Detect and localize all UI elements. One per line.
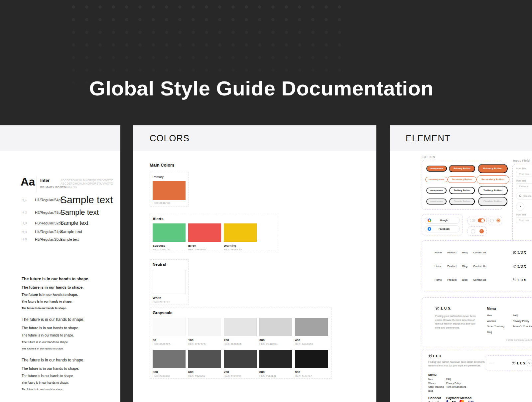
primary-swatch — [153, 181, 186, 200]
warning-hex: HEX: #F5BF3D — [224, 248, 257, 251]
grayscale-swatch — [259, 350, 292, 368]
paragraph-line: The future is in our hands to shape. — [22, 381, 118, 384]
footer-link-privacy[interactable]: Privacy Policy — [513, 320, 532, 323]
lux-brand[interactable]: LUX — [428, 354, 442, 358]
heading-spec-row: H_4 H4/Regular/24px Sample text — [22, 229, 82, 234]
tertiary-button-large[interactable]: Tertiary Button — [478, 186, 508, 195]
nav-link-product[interactable]: Product — [447, 278, 457, 281]
nav-link-blog[interactable]: Blog — [462, 278, 467, 281]
primary-button-large[interactable]: Primary Button — [478, 164, 508, 173]
nav-link-contact[interactable]: Contact Us — [473, 278, 486, 281]
primary-button-medium[interactable]: Primary Button — [449, 165, 475, 172]
paragraph-line: The future is in our hands to shape. — [22, 334, 118, 337]
tertiary-button-medium[interactable]: Tertiary Button — [449, 187, 475, 194]
white-swatch — [153, 270, 186, 294]
toggle-on[interactable] — [478, 218, 485, 222]
grayscale-hex: HEX: #D4D4D4 — [259, 342, 292, 345]
nav-link-contact[interactable]: Contact Us — [473, 251, 486, 254]
password-input[interactable] — [516, 183, 532, 189]
white-name: White — [153, 296, 186, 300]
grayscale-swatch — [188, 318, 221, 336]
check-unchecked[interactable] — [471, 229, 475, 233]
radio-checked[interactable] — [496, 218, 500, 222]
grayscale-name: 600 — [188, 370, 221, 374]
footer-link-men[interactable]: Men — [487, 314, 504, 317]
alerts-swatch-row: Success HEX: #00AC56 Error HEX: #FF1F7D … — [153, 223, 276, 251]
check-checked-icon[interactable] — [479, 229, 484, 233]
nav-link-home[interactable]: Home — [435, 251, 442, 254]
mobile-navbar-showcase-box: LUX — [485, 355, 532, 370]
input-section-label: Input Field — [513, 159, 530, 162]
footer-link-blog[interactable]: Blog — [487, 331, 504, 334]
footer-link-faq[interactable]: FAQ — [513, 314, 532, 317]
grayscale-hex: HEX: #E5E5E5 — [224, 342, 257, 345]
disable-button-small[interactable]: Disable Button — [426, 199, 447, 204]
nav-link-product[interactable]: Product — [447, 251, 457, 254]
grayscale-name: 400 — [295, 338, 328, 342]
facebook-label: Facebook — [431, 228, 457, 230]
paragraph-line: The future is in our hands to shape. — [22, 340, 118, 344]
text-input[interactable] — [516, 217, 532, 223]
heading-spec-row: H_2 H2/Regular/48px Sample text — [22, 207, 99, 217]
nav-link-home[interactable]: Home — [435, 278, 442, 281]
grayscale-cell: 50 HEX: #FAFAFA — [153, 318, 186, 345]
apple-pay-icon: Pay — [452, 400, 456, 402]
search-input[interactable] — [523, 195, 532, 197]
nav-link-blog[interactable]: Blog — [462, 265, 467, 268]
footer-link-blog[interactable]: Blog — [428, 390, 444, 392]
footer-link-women[interactable]: Women — [487, 320, 504, 323]
toggle-off[interactable] — [470, 219, 475, 222]
nav-link-home[interactable]: Home — [435, 265, 442, 268]
footer-link-privacy[interactable]: Privacy Policy — [446, 382, 466, 384]
grayscale-cell: 900 HEX: #171717 — [295, 350, 328, 377]
lux-brand[interactable]: LUX — [513, 278, 527, 282]
lux-brand[interactable]: LUX — [513, 250, 527, 254]
font-alphabet-sample: ABCDEFGHIJKLMNOPQRSTUVWXYZ ABCDEFGHIJKLM… — [61, 179, 113, 189]
google-signin-button[interactable]: Google — [425, 217, 460, 224]
nav-link-contact[interactable]: Contact Us — [473, 265, 486, 268]
lux-brand[interactable]: LUX — [513, 264, 527, 268]
search-button[interactable] — [526, 359, 532, 366]
footer-link-terms[interactable]: Term Of Conditions — [446, 386, 466, 388]
primary-button-small[interactable]: Primary Button — [426, 166, 447, 172]
heading-spec-row: H_3 H3/Regular/32px Sample text — [22, 219, 88, 227]
disable-button-medium[interactable]: Disable Button — [449, 198, 475, 205]
heading-sample: Sample text — [60, 229, 82, 234]
grayscale-cell: 800 HEX: #262626 — [259, 350, 292, 377]
toggle-knob — [470, 219, 473, 222]
disable-button-large[interactable]: Disable Button — [478, 197, 507, 206]
grayscale-hex: HEX: #171717 — [295, 374, 328, 377]
heading-ref: H_4 — [22, 230, 35, 233]
lux-brand[interactable]: LUX — [512, 361, 526, 365]
heading-spec-row: H_1 H1/Regular/64px Sample text — [22, 194, 113, 206]
nav-link-blog[interactable]: Blog — [462, 251, 467, 254]
footer-link-order-tracking[interactable]: Order Tracking — [487, 325, 504, 328]
neutral-color-card: Neutral White HEX: #FFFFFF — [150, 259, 189, 305]
footer-link-faq[interactable]: FAQ — [446, 378, 466, 380]
radio-unchecked[interactable] — [490, 219, 494, 222]
input-title-label: Input Title — [516, 167, 532, 170]
stepper-circle[interactable] — [516, 202, 524, 211]
heading-spec: H5/Regular/20px — [35, 237, 60, 241]
input-showcase-box: Input Title Input Title Input Title — [512, 164, 532, 244]
lux-wordmark: LUX — [517, 264, 527, 268]
text-input[interactable] — [516, 171, 532, 177]
footer-link-terms[interactable]: Term Of Conditions — [513, 325, 532, 328]
footer-link-men[interactable]: Men — [428, 378, 444, 380]
secondary-button-medium[interactable]: Secondary Button — [448, 176, 476, 183]
secondary-button-large[interactable]: Secondary Button — [476, 175, 509, 184]
hamburger-menu-icon[interactable] — [490, 362, 493, 364]
search-input-pill[interactable] — [516, 193, 532, 200]
lux-brand[interactable]: LUX — [435, 306, 451, 311]
paragraph-sample-group-medium: The future is in our hands to shape. The… — [22, 317, 118, 350]
nav-link-product[interactable]: Product — [447, 265, 457, 268]
secondary-button-small[interactable]: Secondary Button — [425, 177, 448, 182]
facebook-signin-button[interactable]: f Facebook — [425, 225, 460, 232]
tertiary-button-small[interactable]: Tertiary Button — [426, 188, 447, 194]
grayscale-row-1: 50 HEX: #FAFAFA 100 HEX: #F5F5F5 200 HEX… — [153, 318, 329, 345]
grayscale-name: 900 — [295, 370, 328, 374]
navbar: Home Product Blog Contact Us LUX — [422, 278, 532, 282]
footer-link-order-tracking[interactable]: Order Tracking — [428, 386, 444, 388]
footer-link-women[interactable]: Women — [428, 382, 444, 384]
grayscale-hex: HEX: #A3A3A3 — [295, 342, 328, 345]
